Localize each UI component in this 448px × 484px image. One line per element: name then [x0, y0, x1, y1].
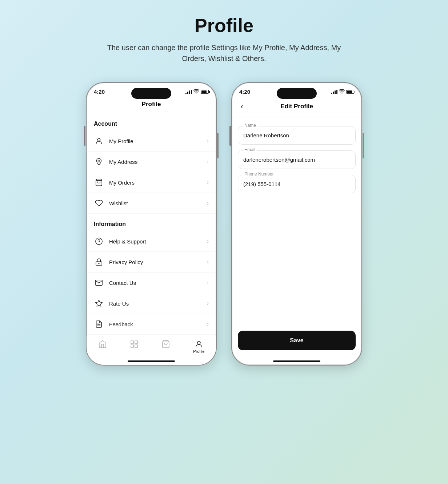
email-field: Email — [238, 150, 356, 169]
status-icons-2 — [331, 89, 354, 94]
chevron-icon: › — [207, 238, 209, 245]
help-icon — [94, 236, 104, 246]
svg-rect-14 — [131, 345, 133, 347]
time-2: 4:20 — [239, 89, 250, 95]
menu-item-wishlist[interactable]: Wishlist › — [87, 193, 216, 214]
chevron-icon: › — [207, 279, 209, 286]
phone-field: Phone Number — [238, 175, 356, 193]
heart-icon — [94, 198, 104, 208]
signal-icon-2 — [331, 90, 337, 94]
email-label: Email — [243, 147, 257, 152]
email-input[interactable] — [238, 150, 356, 169]
edit-form: Name Email Phone Number — [232, 117, 361, 208]
lock-icon — [94, 257, 104, 267]
privacy-label: Privacy Policy — [109, 259, 207, 265]
user-icon — [94, 136, 104, 146]
my-profile-label: My Profile — [109, 138, 207, 144]
nav-home[interactable] — [95, 340, 111, 348]
svg-point-16 — [197, 341, 200, 344]
chevron-icon: › — [207, 138, 209, 144]
name-field: Name — [238, 126, 356, 145]
home-indicator-1 — [128, 360, 175, 362]
phone1-frame: 4:20 — [86, 82, 217, 366]
wifi-icon-1 — [193, 89, 199, 94]
svg-point-0 — [196, 93, 196, 93]
bag-icon — [94, 177, 104, 187]
rate-label: Rate Us — [109, 301, 207, 307]
dynamic-island-2 — [277, 88, 317, 99]
phone1: 4:20 — [86, 82, 217, 366]
home-indicator-2 — [273, 360, 320, 362]
chevron-icon: › — [207, 321, 209, 327]
wifi-icon-2 — [339, 89, 345, 94]
page-subtitle: The user can change the profile Settings… — [97, 42, 351, 64]
svg-rect-12 — [135, 341, 137, 343]
wishlist-label: Wishlist — [109, 200, 207, 206]
phone2: 4:20 — [231, 82, 362, 366]
time-1: 4:20 — [94, 89, 105, 95]
account-section-title: Account — [87, 113, 216, 131]
nav-profile[interactable]: Profile — [189, 340, 208, 354]
signal-icon-1 — [185, 90, 192, 94]
phone2-header: ‹ Edit Profile — [232, 98, 361, 117]
nav-profile-label: Profile — [193, 349, 204, 354]
phone1-header: Profile — [87, 98, 216, 113]
dynamic-island-1 — [131, 88, 171, 99]
location-icon — [94, 157, 104, 167]
save-button[interactable]: Save — [238, 331, 356, 350]
feedback-icon — [94, 319, 104, 329]
name-label: Name — [243, 123, 257, 128]
information-section-title: Information — [87, 214, 216, 231]
svg-point-4 — [96, 238, 102, 245]
menu-item-my-orders[interactable]: My Orders › — [87, 172, 216, 193]
svg-point-7 — [99, 263, 99, 264]
svg-rect-11 — [131, 341, 133, 343]
nav-bag[interactable] — [158, 340, 174, 348]
menu-item-my-address[interactable]: My Address › — [87, 152, 216, 172]
nav-grid[interactable] — [126, 340, 142, 348]
star-icon — [94, 298, 104, 308]
svg-rect-13 — [135, 345, 137, 347]
back-button[interactable]: ‹ — [238, 101, 246, 112]
svg-point-2 — [98, 160, 100, 162]
mail-icon — [94, 278, 104, 288]
phone-input[interactable] — [238, 175, 356, 193]
phone-label: Phone Number — [243, 172, 275, 177]
feedback-label: Feedback — [109, 321, 207, 327]
name-input[interactable] — [238, 126, 356, 145]
chevron-icon: › — [207, 259, 209, 265]
edit-profile-title: Edit Profile — [280, 103, 313, 110]
chevron-icon: › — [207, 158, 209, 165]
svg-point-1 — [97, 138, 100, 141]
svg-marker-8 — [96, 300, 102, 306]
menu-item-feedback[interactable]: Feedback › — [87, 314, 216, 335]
battery-icon-2 — [346, 90, 354, 94]
phone2-frame: 4:20 — [231, 82, 362, 366]
chevron-icon: › — [207, 300, 209, 307]
my-address-label: My Address — [109, 159, 207, 165]
chevron-icon: › — [207, 200, 209, 206]
chevron-icon: › — [207, 179, 209, 186]
help-label: Help & Support — [109, 238, 207, 245]
svg-point-17 — [341, 93, 342, 93]
menu-item-contact[interactable]: Contact Us › — [87, 273, 216, 293]
battery-icon-1 — [201, 90, 209, 94]
status-icons-1 — [185, 89, 209, 94]
menu-item-privacy[interactable]: Privacy Policy › — [87, 252, 216, 273]
my-orders-label: My Orders — [109, 180, 207, 186]
phones-container: 4:20 — [86, 82, 362, 366]
menu-item-my-profile[interactable]: My Profile › — [87, 131, 216, 152]
menu-item-rate[interactable]: Rate Us › — [87, 293, 216, 314]
contact-label: Contact Us — [109, 280, 207, 286]
menu-item-help[interactable]: Help & Support › — [87, 231, 216, 252]
phone1-screen: Profile Account My Profile › My Add — [87, 98, 216, 358]
page-title: Profile — [195, 15, 253, 36]
